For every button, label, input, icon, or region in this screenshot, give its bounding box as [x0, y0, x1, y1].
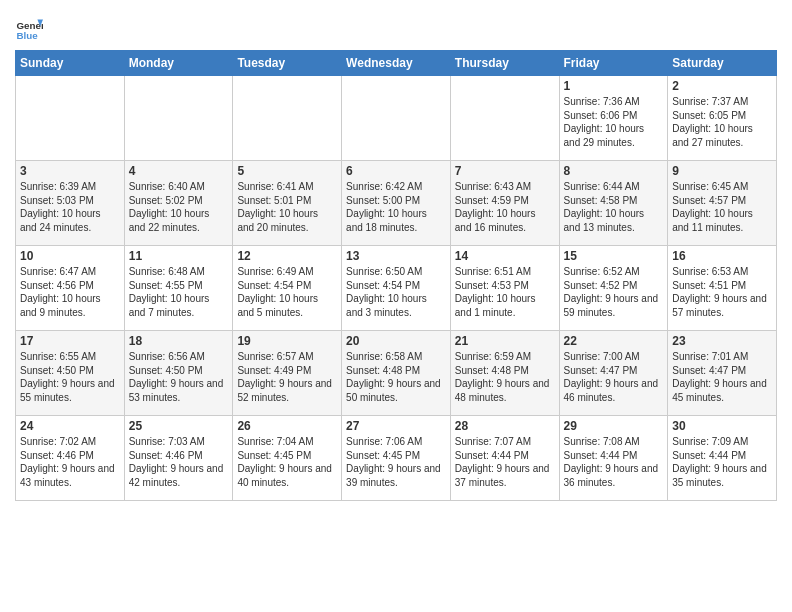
weekday-header-thursday: Thursday [450, 51, 559, 76]
calendar-cell [450, 76, 559, 161]
week-row-3: 10Sunrise: 6:47 AM Sunset: 4:56 PM Dayli… [16, 246, 777, 331]
calendar-cell: 25Sunrise: 7:03 AM Sunset: 4:46 PM Dayli… [124, 416, 233, 501]
day-number: 25 [129, 419, 229, 433]
day-info: Sunrise: 7:00 AM Sunset: 4:47 PM Dayligh… [564, 350, 664, 404]
day-info: Sunrise: 6:51 AM Sunset: 4:53 PM Dayligh… [455, 265, 555, 319]
day-info: Sunrise: 7:09 AM Sunset: 4:44 PM Dayligh… [672, 435, 772, 489]
calendar-cell: 13Sunrise: 6:50 AM Sunset: 4:54 PM Dayli… [342, 246, 451, 331]
calendar-cell: 6Sunrise: 6:42 AM Sunset: 5:00 PM Daylig… [342, 161, 451, 246]
week-row-5: 24Sunrise: 7:02 AM Sunset: 4:46 PM Dayli… [16, 416, 777, 501]
calendar-cell: 4Sunrise: 6:40 AM Sunset: 5:02 PM Daylig… [124, 161, 233, 246]
day-number: 17 [20, 334, 120, 348]
weekday-header-monday: Monday [124, 51, 233, 76]
day-number: 16 [672, 249, 772, 263]
calendar-cell: 17Sunrise: 6:55 AM Sunset: 4:50 PM Dayli… [16, 331, 125, 416]
day-number: 11 [129, 249, 229, 263]
day-number: 12 [237, 249, 337, 263]
weekday-header-tuesday: Tuesday [233, 51, 342, 76]
day-info: Sunrise: 6:56 AM Sunset: 4:50 PM Dayligh… [129, 350, 229, 404]
day-number: 1 [564, 79, 664, 93]
day-info: Sunrise: 7:04 AM Sunset: 4:45 PM Dayligh… [237, 435, 337, 489]
week-row-1: 1Sunrise: 7:36 AM Sunset: 6:06 PM Daylig… [16, 76, 777, 161]
svg-text:Blue: Blue [16, 30, 38, 41]
day-number: 2 [672, 79, 772, 93]
calendar-cell: 18Sunrise: 6:56 AM Sunset: 4:50 PM Dayli… [124, 331, 233, 416]
day-info: Sunrise: 6:55 AM Sunset: 4:50 PM Dayligh… [20, 350, 120, 404]
day-number: 24 [20, 419, 120, 433]
calendar-cell: 7Sunrise: 6:43 AM Sunset: 4:59 PM Daylig… [450, 161, 559, 246]
day-info: Sunrise: 6:42 AM Sunset: 5:00 PM Dayligh… [346, 180, 446, 234]
day-info: Sunrise: 6:49 AM Sunset: 4:54 PM Dayligh… [237, 265, 337, 319]
calendar-cell: 5Sunrise: 6:41 AM Sunset: 5:01 PM Daylig… [233, 161, 342, 246]
calendar-cell: 11Sunrise: 6:48 AM Sunset: 4:55 PM Dayli… [124, 246, 233, 331]
calendar-cell: 12Sunrise: 6:49 AM Sunset: 4:54 PM Dayli… [233, 246, 342, 331]
calendar-cell: 22Sunrise: 7:00 AM Sunset: 4:47 PM Dayli… [559, 331, 668, 416]
calendar-cell: 3Sunrise: 6:39 AM Sunset: 5:03 PM Daylig… [16, 161, 125, 246]
day-number: 8 [564, 164, 664, 178]
week-row-4: 17Sunrise: 6:55 AM Sunset: 4:50 PM Dayli… [16, 331, 777, 416]
day-number: 23 [672, 334, 772, 348]
day-info: Sunrise: 6:43 AM Sunset: 4:59 PM Dayligh… [455, 180, 555, 234]
weekday-header-row: SundayMondayTuesdayWednesdayThursdayFrid… [16, 51, 777, 76]
calendar-cell: 23Sunrise: 7:01 AM Sunset: 4:47 PM Dayli… [668, 331, 777, 416]
day-info: Sunrise: 7:06 AM Sunset: 4:45 PM Dayligh… [346, 435, 446, 489]
day-number: 10 [20, 249, 120, 263]
calendar-cell: 28Sunrise: 7:07 AM Sunset: 4:44 PM Dayli… [450, 416, 559, 501]
calendar-cell [16, 76, 125, 161]
page-header: General Blue [15, 10, 777, 42]
day-number: 13 [346, 249, 446, 263]
weekday-header-sunday: Sunday [16, 51, 125, 76]
calendar-cell [124, 76, 233, 161]
day-number: 6 [346, 164, 446, 178]
day-info: Sunrise: 6:41 AM Sunset: 5:01 PM Dayligh… [237, 180, 337, 234]
calendar-cell: 1Sunrise: 7:36 AM Sunset: 6:06 PM Daylig… [559, 76, 668, 161]
calendar-cell: 30Sunrise: 7:09 AM Sunset: 4:44 PM Dayli… [668, 416, 777, 501]
day-info: Sunrise: 6:57 AM Sunset: 4:49 PM Dayligh… [237, 350, 337, 404]
day-number: 18 [129, 334, 229, 348]
calendar-cell [342, 76, 451, 161]
calendar-cell: 29Sunrise: 7:08 AM Sunset: 4:44 PM Dayli… [559, 416, 668, 501]
day-number: 3 [20, 164, 120, 178]
logo: General Blue [15, 14, 43, 42]
weekday-header-friday: Friday [559, 51, 668, 76]
calendar-cell: 16Sunrise: 6:53 AM Sunset: 4:51 PM Dayli… [668, 246, 777, 331]
day-info: Sunrise: 6:58 AM Sunset: 4:48 PM Dayligh… [346, 350, 446, 404]
weekday-header-wednesday: Wednesday [342, 51, 451, 76]
weekday-header-saturday: Saturday [668, 51, 777, 76]
calendar-cell: 2Sunrise: 7:37 AM Sunset: 6:05 PM Daylig… [668, 76, 777, 161]
day-info: Sunrise: 6:59 AM Sunset: 4:48 PM Dayligh… [455, 350, 555, 404]
week-row-2: 3Sunrise: 6:39 AM Sunset: 5:03 PM Daylig… [16, 161, 777, 246]
day-number: 27 [346, 419, 446, 433]
calendar-cell: 27Sunrise: 7:06 AM Sunset: 4:45 PM Dayli… [342, 416, 451, 501]
day-info: Sunrise: 7:02 AM Sunset: 4:46 PM Dayligh… [20, 435, 120, 489]
day-info: Sunrise: 7:36 AM Sunset: 6:06 PM Dayligh… [564, 95, 664, 149]
day-info: Sunrise: 6:52 AM Sunset: 4:52 PM Dayligh… [564, 265, 664, 319]
calendar-cell: 10Sunrise: 6:47 AM Sunset: 4:56 PM Dayli… [16, 246, 125, 331]
day-info: Sunrise: 7:08 AM Sunset: 4:44 PM Dayligh… [564, 435, 664, 489]
day-info: Sunrise: 6:40 AM Sunset: 5:02 PM Dayligh… [129, 180, 229, 234]
calendar-cell [233, 76, 342, 161]
calendar-cell: 26Sunrise: 7:04 AM Sunset: 4:45 PM Dayli… [233, 416, 342, 501]
calendar-cell: 21Sunrise: 6:59 AM Sunset: 4:48 PM Dayli… [450, 331, 559, 416]
day-number: 9 [672, 164, 772, 178]
calendar-cell: 8Sunrise: 6:44 AM Sunset: 4:58 PM Daylig… [559, 161, 668, 246]
day-number: 29 [564, 419, 664, 433]
calendar-table: SundayMondayTuesdayWednesdayThursdayFrid… [15, 50, 777, 501]
day-info: Sunrise: 6:44 AM Sunset: 4:58 PM Dayligh… [564, 180, 664, 234]
calendar-cell: 24Sunrise: 7:02 AM Sunset: 4:46 PM Dayli… [16, 416, 125, 501]
day-number: 21 [455, 334, 555, 348]
day-info: Sunrise: 7:37 AM Sunset: 6:05 PM Dayligh… [672, 95, 772, 149]
day-number: 20 [346, 334, 446, 348]
day-number: 14 [455, 249, 555, 263]
day-info: Sunrise: 6:50 AM Sunset: 4:54 PM Dayligh… [346, 265, 446, 319]
day-number: 4 [129, 164, 229, 178]
calendar-cell: 14Sunrise: 6:51 AM Sunset: 4:53 PM Dayli… [450, 246, 559, 331]
day-number: 26 [237, 419, 337, 433]
calendar-cell: 20Sunrise: 6:58 AM Sunset: 4:48 PM Dayli… [342, 331, 451, 416]
day-info: Sunrise: 7:07 AM Sunset: 4:44 PM Dayligh… [455, 435, 555, 489]
day-number: 30 [672, 419, 772, 433]
calendar-cell: 9Sunrise: 6:45 AM Sunset: 4:57 PM Daylig… [668, 161, 777, 246]
day-number: 28 [455, 419, 555, 433]
day-number: 5 [237, 164, 337, 178]
day-info: Sunrise: 6:39 AM Sunset: 5:03 PM Dayligh… [20, 180, 120, 234]
